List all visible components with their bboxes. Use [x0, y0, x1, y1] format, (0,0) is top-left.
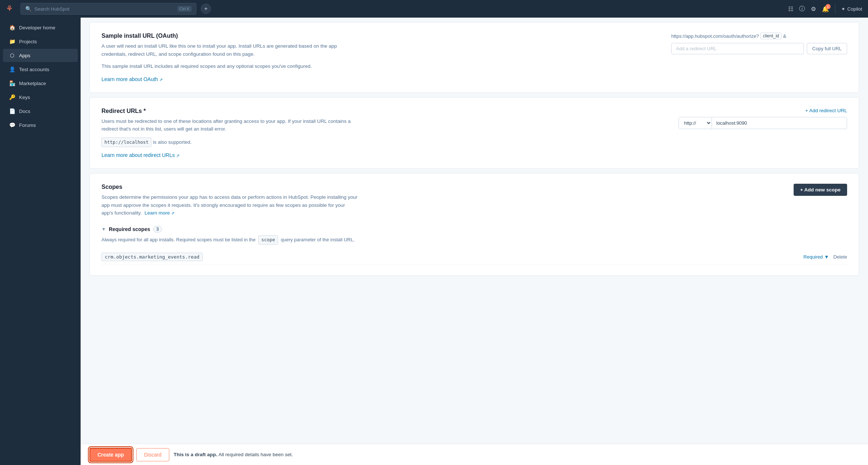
apps-icon: ⬡: [9, 52, 15, 58]
oauth-learn-link[interactable]: Learn more about OAuth: [101, 76, 158, 82]
help-icon[interactable]: ⓘ: [799, 5, 805, 13]
topbar-divider: [835, 4, 835, 13]
ampersand: &: [783, 33, 786, 39]
main-layout: 🏠 Developer home 📁 Projects ⬡ Apps 👤 Tes…: [0, 18, 868, 465]
draft-notice: This is a draft app. All required detail…: [174, 452, 293, 457]
sidebar-label-test-accounts: Test accounts: [19, 67, 49, 72]
redirect-external-icon: ⇗: [176, 153, 180, 158]
add-redirect-url-link[interactable]: + Add redirect URL: [805, 108, 847, 113]
copilot-label: Copilot: [847, 6, 862, 12]
sidebar-item-projects[interactable]: 📁 Projects: [3, 35, 78, 48]
oauth-title: Sample install URL (OAuth): [101, 33, 660, 39]
required-scopes-desc-post: query parameter of the install URL.: [281, 237, 355, 242]
search-shortcut: Ctrl K: [177, 6, 192, 12]
projects-icon: 📁: [9, 39, 15, 44]
notification-badge: 1: [825, 4, 831, 9]
search-bar[interactable]: 🔍 Ctrl K: [21, 3, 196, 15]
oauth-right: https://app.hubspot.com/oauth/authorize?…: [671, 33, 847, 54]
keys-icon: 🔑: [9, 94, 15, 100]
oauth-url-display: https://app.hubspot.com/oauth/authorize?…: [671, 33, 847, 39]
copy-full-url-button[interactable]: Copy full URL: [807, 43, 847, 54]
scopes-left: Scopes Scopes determine the permissions …: [101, 184, 782, 219]
sidebar-label-developer-home: Developer home: [19, 25, 55, 30]
scope-row-right: Required ▼ Delete: [804, 254, 847, 260]
forums-icon: 💬: [9, 122, 15, 128]
required-scopes-label: Required scopes: [109, 226, 150, 232]
sidebar-item-docs[interactable]: 📄 Docs: [3, 105, 78, 118]
required-scopes-count: 3: [153, 226, 162, 232]
oauth-grid: Sample install URL (OAuth) A user will n…: [101, 33, 847, 82]
scopes-external-icon: ⇗: [171, 211, 174, 215]
test-accounts-icon: 👤: [9, 66, 15, 72]
required-scopes-header[interactable]: ▼ Required scopes 3: [101, 226, 847, 232]
copilot-button[interactable]: ✦ Copilot: [841, 6, 862, 12]
scopes-title: Scopes: [101, 184, 782, 190]
oauth-desc1: A user will need an install URL like thi…: [101, 42, 358, 58]
redirect-url-input[interactable]: [671, 43, 804, 54]
docs-icon: 📄: [9, 108, 15, 114]
search-input[interactable]: [34, 6, 174, 12]
scope-name: crm.objects.marketing_events.read: [101, 253, 203, 261]
sidebar-item-keys[interactable]: 🔑 Keys: [3, 91, 78, 104]
scope-row: crm.objects.marketing_events.read Requir…: [101, 249, 847, 265]
scopes-learn-link[interactable]: Learn more: [144, 210, 170, 216]
sidebar: 🏠 Developer home 📁 Projects ⬡ Apps 👤 Tes…: [0, 18, 81, 465]
redirect-input-row: Copy full URL: [671, 43, 847, 54]
required-scopes-description: Always required for all app installs. Re…: [101, 235, 847, 245]
redirect-learn-link[interactable]: Learn more about redirect URLs: [101, 152, 175, 158]
oauth-section: Sample install URL (OAuth) A user will n…: [89, 22, 859, 93]
settings-icon[interactable]: ⚙: [811, 6, 816, 12]
create-app-button[interactable]: Create app: [89, 448, 132, 462]
redirect-urls-title: Redirect URLs *: [101, 108, 667, 114]
redirect-localhost-note: http://localhost is also supported.: [101, 138, 358, 147]
scope-code-badge: scope: [258, 235, 278, 245]
sidebar-label-apps: Apps: [19, 53, 30, 58]
bottom-bar: Create app Discard This is a draft app. …: [81, 444, 868, 465]
oauth-desc2: This sample install URL includes all req…: [101, 62, 358, 70]
scopes-section: Scopes Scopes determine the permissions …: [89, 173, 859, 276]
home-icon: 🏠: [9, 25, 15, 30]
content-area: Sample install URL (OAuth) A user will n…: [81, 18, 868, 444]
required-scopes-desc-pre: Always required for all app installs. Re…: [101, 237, 256, 242]
client-id-badge: client_id: [760, 33, 782, 39]
sidebar-item-forums[interactable]: 💬 Forums: [3, 118, 78, 132]
localhost-badge: http://localhost: [101, 138, 151, 147]
external-link-icon: ⇗: [159, 77, 163, 82]
scope-row-left: crm.objects.marketing_events.read: [101, 253, 203, 261]
add-new-scope-button[interactable]: + Add new scope: [794, 184, 847, 196]
redirect-urls-desc: Users must be redirected to one of these…: [101, 117, 358, 133]
sidebar-item-marketplace[interactable]: 🏪 Marketplace: [3, 77, 78, 90]
sidebar-label-docs: Docs: [19, 109, 30, 114]
localhost-suffix: is also supported.: [153, 139, 192, 145]
sidebar-label-forums: Forums: [19, 122, 36, 128]
protocol-select[interactable]: http:// https://: [679, 117, 712, 129]
scopes-desc-text: Scopes determine the permissions your ap…: [101, 194, 358, 216]
sidebar-label-projects: Projects: [19, 39, 37, 44]
oauth-left: Sample install URL (OAuth) A user will n…: [101, 33, 660, 82]
sidebar-item-test-accounts[interactable]: 👤 Test accounts: [3, 63, 78, 76]
grid-icon[interactable]: ☷: [788, 6, 793, 12]
copilot-icon: ✦: [841, 6, 845, 12]
redirect-urls-section: Redirect URLs * Users must be redirected…: [89, 97, 859, 169]
sidebar-item-apps[interactable]: ⬡ Apps: [3, 49, 78, 62]
scope-type-dropdown[interactable]: Required ▼: [804, 254, 829, 260]
url-input-row: http:// https://: [679, 117, 847, 129]
topbar-right: ☷ ⓘ ⚙ 🔔 1 ✦ Copilot: [788, 4, 862, 13]
scopes-header-row: Scopes Scopes determine the permissions …: [101, 184, 847, 219]
scope-delete-link[interactable]: Delete: [833, 254, 847, 260]
add-button[interactable]: +: [201, 4, 211, 14]
hubspot-logo: ⚘: [6, 4, 13, 14]
notifications-icon[interactable]: 🔔 1: [822, 6, 829, 12]
redirect-left: Redirect URLs * Users must be redirected…: [101, 108, 667, 158]
sidebar-item-developer-home[interactable]: 🏠 Developer home: [3, 21, 78, 34]
redirect-section-inner: Redirect URLs * Users must be redirected…: [101, 108, 847, 158]
discard-button[interactable]: Discard: [136, 448, 169, 461]
add-scope-container: + Add new scope: [794, 184, 847, 196]
redirect-right: + Add redirect URL http:// https://: [679, 108, 847, 129]
oauth-url-prefix: https://app.hubspot.com/oauth/authorize?: [671, 33, 759, 39]
sidebar-label-keys: Keys: [19, 95, 30, 100]
sidebar-label-marketplace: Marketplace: [19, 81, 46, 86]
search-icon: 🔍: [25, 6, 32, 12]
draft-notice-text: All required details have been set.: [218, 452, 293, 457]
url-path-input[interactable]: [712, 117, 847, 129]
